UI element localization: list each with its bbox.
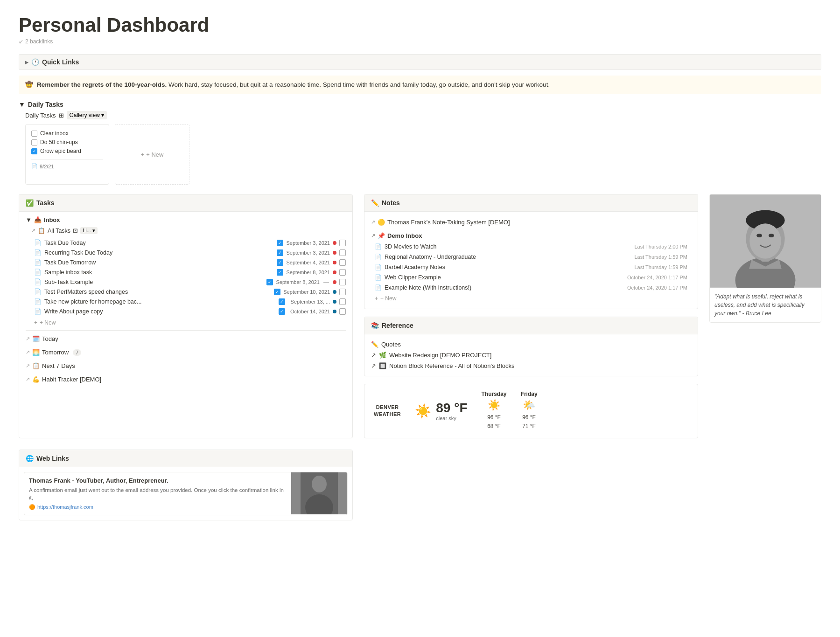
demo-inbox-header[interactable]: ↗ 📌 Demo Inbox [371,230,691,242]
task-name[interactable]: Test PerfMatters speed changes [44,289,271,295]
notes-main-arrow: ↗ [371,219,375,225]
habit-tracker-label: Habit Tracker [DEMO] [42,376,101,383]
note-name[interactable]: Web Clipper Example [385,274,624,281]
all-tasks-view-btn[interactable]: Li... ▾ [80,227,98,234]
quote-bar: 🤠 Remember the regrets of the 100-year-o… [19,76,821,94]
task-checkbox-empty[interactable] [339,289,346,295]
reference-icon: 📚 [371,322,379,329]
task-name[interactable]: Task Due Tomorrow [44,259,274,266]
new-card-button[interactable]: + + New [115,124,189,185]
inbox-toggle[interactable]: ▼ 📥 Inbox [26,216,346,223]
gallery-view-button[interactable]: Gallery view ▾ [67,111,107,119]
notes-new-row[interactable]: + + New [371,293,691,304]
task-item-1: Clear inbox [31,130,103,137]
note-name[interactable]: Barbell Academy Notes [385,264,631,270]
note-name[interactable]: 3D Movies to Watch [385,243,631,250]
task-check[interactable]: ✓ [277,249,283,256]
task-date: September 13, ... [288,299,330,305]
notes-main-label: Thomas Frank's Note-Taking System [DEMO] [387,219,510,226]
task-checkbox-empty[interactable] [339,298,346,305]
task-item-3: ✓ Grow epic beard [31,148,103,154]
task-check[interactable]: ✓ [274,289,280,295]
daily-tasks-arrow[interactable]: ▼ [19,101,25,108]
demo-inbox-icon: 📌 [378,232,385,239]
web-preview-desc: A confirmation email just went out to th… [29,486,287,501]
task-name[interactable]: Sub-Task Example [44,279,264,285]
task-checkbox-empty[interactable] [339,240,346,246]
card-date-value: 9/2/21 [40,164,54,169]
task-check[interactable]: ✓ [279,298,285,305]
weather-city: DENVER [374,404,401,411]
task-check[interactable]: ✓ [277,240,283,246]
all-tasks-row: ↗ 📋 All Tasks ⊡ Li... ▾ [31,227,346,234]
task-date: September 10, 2021 [283,289,330,295]
all-tasks-label[interactable]: All Tasks [48,228,70,234]
task-doc-icon: 📄 [34,239,42,246]
daily-tasks-label: ▼ Daily Tasks [19,101,821,108]
habit-tracker-arrow-icon: ↗ [26,376,30,382]
habit-tracker-icon: 💪 [32,376,40,383]
task-checkbox-empty[interactable] [339,249,346,256]
task-date: September 3, 2021 [286,250,330,256]
task-checkbox-empty[interactable] [339,279,346,285]
ref-link-notion[interactable]: ↗ 🔲 Notion Block Reference - All of Noti… [371,360,691,371]
task-name[interactable]: Take new picture for homepage bac... [44,298,276,305]
web-links-title: Web Links [36,455,69,462]
ref-link-website[interactable]: ↗ 🌿 Website Redesign [DEMO PROJECT] [371,350,691,360]
task-check[interactable]: ✓ [279,308,285,315]
task-check[interactable]: ✓ [266,279,273,285]
quick-links-toggle[interactable]: ▶ 🕐 Quick Links [19,55,821,69]
next7days-link[interactable]: ↗ 📋 Next 7 Days [26,360,346,371]
list-item: 📄 Example Note (With Instructions!) Octo… [371,283,691,293]
today-arrow-icon: ↗ [26,336,30,342]
task-checkbox-3[interactable]: ✓ [31,148,37,154]
forecast-high: 96 °F [521,413,538,422]
list-item: 📄 3D Movies to Watch Last Thursday 2:00 … [371,242,691,252]
task-doc-icon: 📄 [34,259,42,266]
main-grid: ✅ Tasks ▼ 📥 Inbox ↗ 📋 All Tasks ⊡ Li... … [19,194,821,438]
note-name[interactable]: Example Note (With Instructions!) [385,284,624,291]
today-link[interactable]: ↗ 🗓️ Today [26,333,346,344]
inbox-icon: 📥 [34,216,42,223]
tomorrow-link[interactable]: ↗ 🌅 Tomorrow 7 [26,347,346,358]
forecast-temps: 96 °F 68 °F [482,413,507,431]
note-date: October 24, 2020 1:17 PM [627,285,687,291]
task-doc-icon: 📄 [34,269,42,276]
table-row: 📄 Write About page copy ✓ October 14, 20… [34,306,346,316]
inbox-label: Inbox [44,216,60,223]
ref-link-quotes[interactable]: ✏️ Quotes [371,339,691,350]
web-links-panel: 🌐 Web Links Thomas Frank - YouTuber, Aut… [19,450,353,520]
web-links-header: 🌐 Web Links [19,450,352,467]
new-task-row[interactable]: + + New [34,318,346,327]
new-task-plus: + [34,319,37,326]
task-check[interactable]: ✓ [277,259,283,266]
habit-tracker-link[interactable]: ↗ 💪 Habit Tracker [DEMO] [26,374,346,385]
notion-label: Notion Block Reference - All of Notion's… [389,362,514,369]
task-name[interactable]: Write About page copy [44,308,276,315]
task-checkbox-empty[interactable] [339,269,346,276]
web-preview-url[interactable]: 🟠 https://thomasjfrank.com [29,504,287,510]
svg-point-6 [756,234,762,237]
web-links-icon: 🌐 [26,455,34,462]
task-checkbox-2[interactable] [31,139,37,145]
tasks-panel-header: ✅ Tasks [19,194,352,212]
task-checkbox-1[interactable] [31,131,37,137]
task-date: September 8, 2021 [276,279,320,285]
task-check[interactable]: ✓ [277,269,283,276]
all-tasks-icon: 📋 [38,227,45,234]
priority-dot-red [333,280,336,284]
task-checkbox-empty[interactable] [339,308,346,315]
task-date: September 8, 2021 [286,270,330,275]
task-doc-icon: 📄 [34,298,42,305]
reference-panel-header: 📚 Reference [364,317,698,334]
note-name[interactable]: Regional Anatomy - Undergraduate [385,254,631,260]
notes-main-link[interactable]: ↗ 🟡 Thomas Frank's Note-Taking System [D… [371,216,691,228]
task-name[interactable]: Task Due Today [44,240,274,246]
task-date: October 14, 2021 [288,309,330,314]
task-checkbox-empty[interactable] [339,259,346,266]
table-row: 📄 Task Due Today ✓ September 3, 2021 [34,238,346,248]
task-name[interactable]: Sample inbox task [44,269,274,276]
next7days-label: Next 7 Days [42,362,75,369]
notion-arrow: ↗ [371,362,376,369]
task-name[interactable]: Recurring Task Due Today [44,249,274,256]
